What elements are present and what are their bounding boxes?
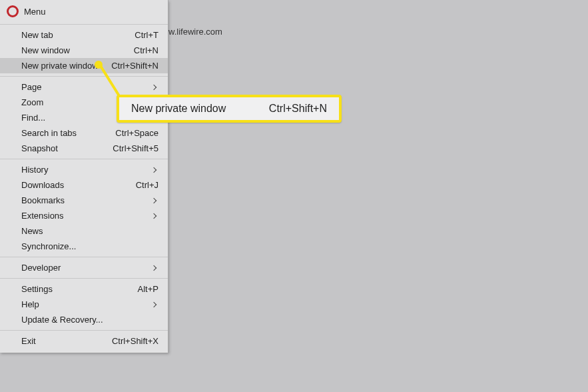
menu-item-history[interactable]: History — [0, 162, 168, 177]
menu-item-shortcut: Ctrl+N — [134, 45, 158, 55]
chevron-right-icon — [151, 213, 156, 218]
callout-label: New private window — [131, 103, 269, 115]
highlight-callout: New private window Ctrl+Shift+N — [117, 95, 342, 123]
menu-item-label: Search in tabs — [21, 128, 115, 138]
menu-item-label: Settings — [21, 284, 138, 294]
menu-item-synchronize[interactable]: Synchronize... — [0, 239, 168, 254]
menu-item-label: Downloads — [21, 180, 136, 190]
address-bar-fragment: w.lifewire.com — [168, 27, 222, 37]
menu-item-label: Synchronize... — [21, 241, 158, 251]
menu-item-extensions[interactable]: Extensions — [0, 208, 168, 223]
separator — [0, 24, 168, 25]
menu-item-label: Extensions — [21, 211, 152, 221]
menu-item-page[interactable]: Page — [0, 79, 168, 95]
menu-item-snapshot[interactable]: Snapshot Ctrl+Shift+5 — [0, 141, 168, 156]
callout-dot — [95, 61, 103, 69]
menu-item-label: Exit — [21, 336, 112, 346]
opera-icon — [7, 5, 19, 17]
chevron-right-icon — [151, 84, 156, 89]
menu-item-shortcut: Alt+P — [138, 284, 158, 294]
menu-item-developer[interactable]: Developer — [0, 260, 168, 275]
menu-item-settings[interactable]: Settings Alt+P — [0, 281, 168, 297]
menu-item-label: Bookmarks — [21, 195, 152, 205]
separator — [0, 76, 168, 77]
separator — [0, 330, 168, 331]
chevron-right-icon — [151, 265, 156, 270]
menu-item-label: Developer — [21, 263, 152, 273]
callout-shortcut: Ctrl+Shift+N — [269, 103, 327, 115]
menu-item-label: Update & Recovery... — [21, 315, 158, 325]
menu-item-shortcut: Ctrl+Shift+N — [111, 61, 158, 71]
menu-item-label: Page — [21, 82, 152, 92]
chevron-right-icon — [151, 167, 156, 172]
menu-item-label: Snapshot — [21, 143, 113, 153]
menu-item-label: New window — [21, 45, 134, 55]
separator — [0, 257, 168, 257]
menu-item-label: New tab — [21, 30, 135, 40]
main-menu: Menu New tab Ctrl+T New window Ctrl+N Ne… — [0, 0, 168, 353]
separator — [0, 159, 168, 159]
menu-header: Menu — [0, 0, 168, 21]
menu-item-update-recovery[interactable]: Update & Recovery... — [0, 312, 168, 327]
chevron-right-icon — [151, 197, 156, 203]
menu-item-news[interactable]: News — [0, 223, 168, 239]
separator — [0, 278, 168, 279]
menu-item-shortcut: Ctrl+Shift+X — [112, 336, 158, 346]
menu-item-shortcut: Ctrl+J — [136, 180, 158, 190]
menu-item-label: Help — [21, 299, 152, 309]
menu-item-label: News — [21, 226, 158, 236]
menu-item-shortcut: Ctrl+T — [135, 30, 158, 40]
menu-item-label: History — [21, 165, 152, 175]
menu-item-new-tab[interactable]: New tab Ctrl+T — [0, 27, 168, 43]
menu-item-search-in-tabs[interactable]: Search in tabs Ctrl+Space — [0, 125, 168, 141]
menu-item-shortcut: Ctrl+Shift+5 — [113, 143, 158, 153]
menu-item-new-window[interactable]: New window Ctrl+N — [0, 43, 168, 58]
menu-item-new-private-window[interactable]: New private window Ctrl+Shift+N — [0, 58, 168, 73]
menu-title: Menu — [24, 7, 46, 17]
menu-item-shortcut: Ctrl+Space — [115, 128, 158, 138]
menu-item-bookmarks[interactable]: Bookmarks — [0, 193, 168, 208]
menu-item-help[interactable]: Help — [0, 297, 168, 312]
menu-item-downloads[interactable]: Downloads Ctrl+J — [0, 177, 168, 193]
menu-item-exit[interactable]: Exit Ctrl+Shift+X — [0, 333, 168, 349]
chevron-right-icon — [151, 301, 156, 307]
